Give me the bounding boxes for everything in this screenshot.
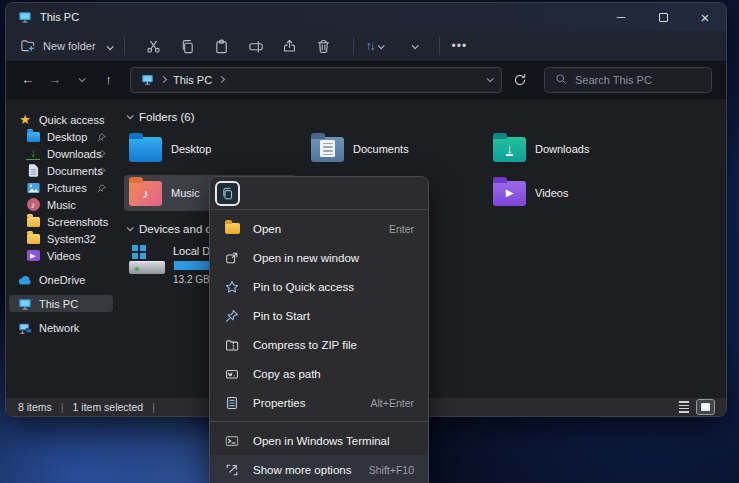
copy-button[interactable] xyxy=(215,181,240,206)
menu-item-open-new-window[interactable]: Open in new window xyxy=(210,243,428,272)
menu-item-properties[interactable]: Properties Alt+Enter xyxy=(210,388,428,417)
sidebar-item-screenshots[interactable]: Screenshots xyxy=(9,213,113,230)
sort-button[interactable]: ↑↓ xyxy=(366,39,383,53)
rename-icon xyxy=(248,39,264,54)
sidebar-item-quick-access[interactable]: ★ Quick access xyxy=(9,111,113,128)
star-icon: ★ xyxy=(18,113,32,127)
details-view-button[interactable] xyxy=(675,400,692,414)
music-note-icon: ♪ xyxy=(26,198,40,212)
sidebar-item-system32[interactable]: System32 xyxy=(9,230,113,247)
pushpin-icon xyxy=(224,308,240,324)
menu-item-label: Properties xyxy=(253,397,305,409)
pin-icon xyxy=(97,166,106,178)
sidebar-item-label: Desktop xyxy=(47,131,87,143)
menu-item-label: Open xyxy=(253,223,281,235)
section-title: Folders (6) xyxy=(139,111,195,123)
sidebar-item-this-pc[interactable]: This PC xyxy=(9,295,113,312)
share-button[interactable] xyxy=(273,33,307,59)
paste-icon xyxy=(214,39,229,54)
desktop-wallpaper: { "window": { "title": "This PC" }, "gly… xyxy=(0,0,739,483)
menu-item-pin-start[interactable]: Pin to Start xyxy=(210,301,428,330)
copy-button[interactable] xyxy=(171,33,205,59)
sort-icon: ↑↓ xyxy=(366,39,374,53)
sidebar-item-label: Music xyxy=(47,199,76,211)
cloud-icon xyxy=(18,273,32,287)
titlebar: This PC ─ × xyxy=(6,3,726,31)
document-icon xyxy=(26,164,40,178)
window-controls: ─ × xyxy=(600,3,726,31)
trash-icon xyxy=(316,39,331,54)
recent-locations-button[interactable] xyxy=(68,66,95,93)
show-more-options-icon xyxy=(224,462,240,478)
copy-icon xyxy=(180,39,195,54)
sidebar-item-label: This PC xyxy=(39,298,78,310)
window-title: This PC xyxy=(40,11,79,23)
maximize-icon xyxy=(659,13,668,22)
sidebar-item-label: Downloads xyxy=(47,148,101,160)
folder-tile-videos[interactable]: ▶ Videos xyxy=(488,175,660,211)
maximize-button[interactable] xyxy=(642,3,684,31)
sidebar-item-music[interactable]: ♪ Music xyxy=(9,196,113,213)
toolbar-separator xyxy=(439,37,440,55)
sidebar-item-label: Network xyxy=(39,322,79,334)
cut-button[interactable] xyxy=(137,33,171,59)
folder-tile-documents[interactable]: Documents xyxy=(306,131,478,167)
menu-item-copy-as-path[interactable]: Copy as path xyxy=(210,359,428,388)
address-dropdown-chevron-icon[interactable] xyxy=(487,75,494,82)
menu-item-open[interactable]: Open Enter xyxy=(210,214,428,243)
folder-name: Videos xyxy=(535,187,568,199)
breadcrumb-chevron-icon xyxy=(160,76,167,83)
collapse-chevron-icon xyxy=(127,112,134,119)
sidebar-item-pictures[interactable]: Pictures xyxy=(9,179,113,196)
menu-item-show-more-options[interactable]: Show more options Shift+F10 xyxy=(210,455,428,483)
new-folder-button[interactable]: New folder xyxy=(20,38,112,55)
folder-tile-downloads[interactable]: ↓ Downloads xyxy=(488,131,660,167)
picture-icon xyxy=(26,181,40,195)
copy-icon xyxy=(221,187,234,200)
sidebar-item-onedrive[interactable]: OneDrive xyxy=(9,271,113,288)
back-button[interactable]: ← xyxy=(14,66,41,93)
menu-item-open-windows-terminal[interactable]: Open in Windows Terminal xyxy=(210,426,428,455)
folder-name: Music xyxy=(171,187,200,199)
see-more-button[interactable]: ••• xyxy=(452,39,468,53)
pin-icon xyxy=(97,183,106,195)
sidebar-item-label: Screenshots xyxy=(47,216,108,228)
search-icon xyxy=(555,73,567,87)
share-icon xyxy=(282,39,297,54)
collapse-chevron-icon xyxy=(127,224,134,231)
sidebar-item-downloads[interactable]: ↓ Downloads xyxy=(9,145,113,162)
folder-name: Documents xyxy=(353,143,409,155)
sidebar-item-label: Quick access xyxy=(39,114,104,126)
menu-shortcut: Shift+F10 xyxy=(369,464,414,476)
delete-button[interactable] xyxy=(307,33,341,59)
folders-section-header[interactable]: Folders (6) xyxy=(127,109,726,124)
close-button[interactable]: × xyxy=(684,3,726,31)
open-folder-icon xyxy=(224,221,240,237)
thumbnails-view-button[interactable] xyxy=(697,400,714,414)
paste-button[interactable] xyxy=(205,33,239,59)
breadcrumb-this-pc[interactable]: This PC xyxy=(173,74,212,86)
refresh-button[interactable] xyxy=(506,67,534,93)
address-bar[interactable]: This PC xyxy=(130,67,502,93)
thumbnails-view-icon xyxy=(701,403,710,411)
up-button[interactable]: ↑ xyxy=(95,66,122,93)
sidebar-item-documents[interactable]: Documents xyxy=(9,162,113,179)
minimize-button[interactable]: ─ xyxy=(600,3,642,31)
terminal-icon xyxy=(224,433,240,449)
folder-tile-desktop[interactable]: Desktop xyxy=(124,131,296,167)
view-button[interactable] xyxy=(393,37,417,55)
selection-count: 1 item selected xyxy=(73,401,144,413)
rename-button[interactable] xyxy=(239,33,273,59)
forward-button[interactable]: → xyxy=(41,66,68,93)
status-divider: | xyxy=(152,401,155,413)
sidebar-item-desktop[interactable]: Desktop xyxy=(9,128,113,145)
sidebar-item-videos[interactable]: ▶ Videos xyxy=(9,247,113,264)
search-box[interactable]: Search This PC xyxy=(544,67,712,93)
menu-item-compress-zip[interactable]: Compress to ZIP file xyxy=(210,330,428,359)
folder-icon xyxy=(26,215,40,229)
menu-item-pin-quick-access[interactable]: Pin to Quick access xyxy=(210,272,428,301)
sidebar-item-network[interactable]: Network xyxy=(9,319,113,336)
view-icon xyxy=(393,37,408,55)
navigation-pane: ★ Quick access Desktop ↓ Downloads Docum… xyxy=(6,99,116,398)
context-menu-items: Open Enter Open in new window Pin to Qui… xyxy=(210,210,428,483)
